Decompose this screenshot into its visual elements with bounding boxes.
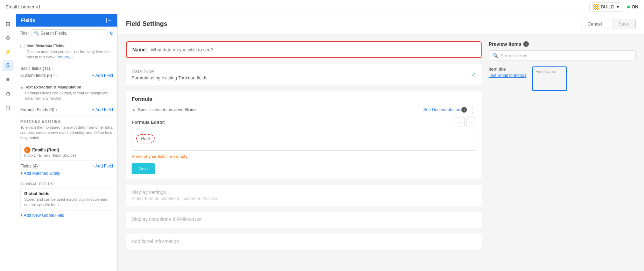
build-label: BUILD: [601, 4, 614, 9]
main-content: Field Settings Cancel Save Name: Data Ty…: [118, 14, 644, 271]
sidebar-item-layers[interactable]: ⊞: [2, 18, 14, 29]
build-icon: [593, 4, 599, 10]
add-field-button[interactable]: + Add Field: [92, 73, 113, 78]
search-items-box[interactable]: 🔍 Search Items: [489, 50, 636, 61]
see-doc-text: See Documentation: [424, 107, 460, 112]
add-entity-field-button[interactable]: + Add Field: [92, 164, 113, 169]
chevron-right-icon3: ›: [56, 108, 57, 112]
preview-link[interactable]: Preview: [57, 55, 70, 59]
formula-fields-row[interactable]: Formula Fields (0) › + Add Field: [20, 106, 113, 113]
additional-info-title: Additional Information: [132, 238, 476, 244]
formula-title: Formula: [132, 96, 476, 102]
preview-left: Item title Test Email to Inbox1: [489, 66, 526, 78]
search-box[interactable]: 🔍: [31, 29, 107, 37]
preview-info-icon[interactable]: i: [523, 41, 529, 47]
build-dropdown[interactable]: BUILD ▾: [589, 2, 623, 12]
check-icon: ✓: [471, 71, 476, 78]
data-type-left: Data Type Formula using existing Tonkean…: [132, 69, 208, 80]
add-global-field-button[interactable]: + Add New Global Field: [20, 213, 113, 218]
text-extract-icon: ≡: [20, 85, 23, 90]
main-body: Name: Data Type Formula using existing T…: [118, 34, 644, 257]
display-conditions-section[interactable]: Display conditions & Follow-Ups: [126, 212, 482, 228]
sidebar-item-plus[interactable]: ⊕: [2, 32, 14, 43]
fields-header: Fields |←: [16, 14, 117, 27]
nav-forward-button[interactable]: →: [466, 117, 476, 127]
topbar-right: BUILD ▾ ON: [589, 2, 638, 12]
entity-fields-row[interactable]: Fields (4) › + Add Field: [20, 163, 113, 170]
preview-content: Item title Test Email to Inbox1 Field na…: [489, 66, 636, 91]
status-label: ON: [632, 4, 639, 9]
name-input[interactable]: [151, 47, 475, 52]
text-extract-desc: Formulas fields can extract, format or m…: [25, 91, 113, 101]
specific-item-label: Specific item to preview:: [138, 107, 183, 112]
metadata-desc: Custom metadata you can use for every it…: [27, 49, 113, 60]
emails-entity[interactable]: E Emails (Root) Inbox1 / Emails (Input S…: [20, 144, 113, 161]
nav-buttons: ← →: [455, 117, 476, 127]
see-documentation-link[interactable]: See Documentation i: [424, 107, 467, 113]
entity-title-text: Emails (Root): [32, 148, 59, 152]
display-conditions-title: Display conditions & Follow-Ups: [132, 216, 476, 222]
topbar: Email Listener v1 BUILD ▾ ON: [0, 0, 644, 14]
text-extract-title: Text Extraction & Manipulation: [25, 85, 113, 89]
display-settings-subtitle: String, Format: undefined, Increment: Po…: [132, 196, 476, 201]
formula-meta: ▲ Specific item to preview: None See Doc…: [132, 106, 476, 114]
sidebar-item-s[interactable]: S: [2, 60, 14, 71]
chevron-right-icon2: ›: [56, 73, 58, 78]
entity-subtitle: Inbox1 / Emails (Input Source): [24, 153, 109, 157]
data-type-section: Data Type Formula using existing Tonkean…: [126, 64, 482, 85]
display-settings-section[interactable]: Display settings String, Format: undefin…: [126, 185, 482, 206]
sidebar-item-settings[interactable]: ⚙: [2, 88, 14, 99]
filter-label: Filter: [20, 31, 29, 36]
data-type-value: Formula using existing Tonkean fields: [132, 75, 208, 80]
sidebar-item-bolt[interactable]: ⚡: [2, 46, 14, 57]
name-label: Name:: [132, 47, 147, 52]
formula-editor-label: Formula Editor: ← →: [132, 117, 476, 127]
matched-entities-label: MATCHED ENTITIES:: [20, 119, 113, 123]
entity-icon: E: [24, 147, 30, 153]
test-email-link[interactable]: Test Email to Inbox1: [489, 73, 526, 78]
status-indicator: ON: [627, 4, 639, 9]
search-icon: 🔍: [34, 31, 39, 36]
person-icon: ▲: [132, 107, 136, 112]
field-name-box: Field name: [532, 66, 567, 91]
next-button[interactable]: Next: [132, 163, 155, 174]
global-fields-label: GLOBAL FIELDS:: [20, 182, 113, 186]
save-button[interactable]: Save: [612, 19, 636, 29]
formula-meta-left: ▲ Specific item to preview: None: [132, 107, 196, 112]
formula-editor-area[interactable]: Root: [132, 130, 476, 151]
fields-content: Item Metadata Fields Custom metadata you…: [16, 40, 117, 271]
basic-fields-row[interactable]: Basic fields (11) ›: [20, 65, 113, 72]
close-icon[interactable]: |←: [106, 17, 112, 23]
custom-fields-label: Custom fields (0): [20, 73, 52, 78]
display-settings-title: Display settings: [132, 190, 476, 195]
metadata-checkbox[interactable]: [20, 44, 24, 48]
matched-entities-desc: To enrich the monitored item with data f…: [20, 125, 113, 141]
add-matched-entity-button[interactable]: + Add Matched Entity: [20, 171, 113, 176]
add-formula-button[interactable]: + Add Field: [92, 107, 113, 112]
field-settings-header: Field Settings Cancel Save: [118, 14, 644, 34]
chevron-right-icon4: ›: [39, 164, 41, 168]
fields-panel: Fields |← Filter 🔍 ↻ Item Metadata Field…: [16, 14, 118, 271]
refresh-icon[interactable]: ↻: [110, 30, 114, 36]
chevron-right-icon: ›: [51, 66, 53, 71]
field-settings-title: Field Settings: [126, 20, 167, 28]
data-type-title: Data Type: [132, 69, 208, 74]
formula-meta-right: See Documentation i ⋮: [424, 106, 476, 114]
additional-info-section[interactable]: Additional Information: [126, 234, 482, 250]
metadata-title: Item Metadata Fields: [27, 44, 113, 48]
none-value: None: [185, 107, 196, 112]
search-input[interactable]: [41, 31, 105, 36]
root-pill[interactable]: Root: [136, 134, 155, 143]
custom-fields-row[interactable]: Custom fields (0) * › + Add Field: [20, 72, 113, 79]
main-layout: ⊞ ⊕ ⚡ S ≡ ⚙ ◻ Fields |← Filter 🔍 ↻: [0, 14, 644, 271]
basic-fields-label: Basic fields (11): [20, 66, 50, 71]
name-section: Name:: [126, 41, 482, 58]
more-options-icon[interactable]: ⋮: [470, 106, 476, 114]
app-title: Email Listener v1: [6, 4, 41, 9]
nav-back-button[interactable]: ←: [455, 117, 465, 127]
cancel-button[interactable]: Cancel: [581, 19, 608, 29]
preview-header: Preview Items i: [489, 41, 636, 47]
field-name-label: Field name: [536, 69, 556, 74]
sidebar-item-document[interactable]: ≡: [2, 74, 14, 85]
sidebar-item-box[interactable]: ◻: [2, 102, 14, 113]
